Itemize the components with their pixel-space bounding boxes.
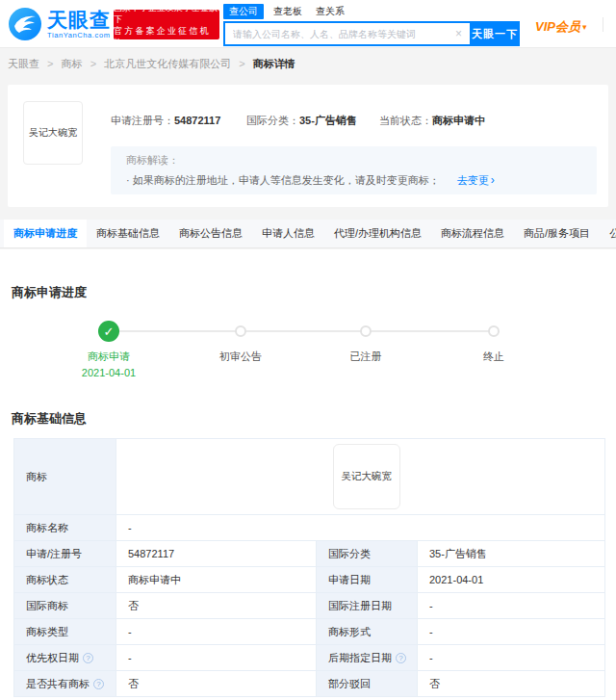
field-intl-class: 国际分类：35-广告销售	[246, 114, 357, 128]
vip-label: VIP会员	[535, 19, 580, 34]
basics-section-heading: 商标基础信息	[12, 410, 87, 428]
step-label: 初审公告	[183, 350, 298, 364]
table-row: 国际商标 否 国际注册日期 -	[14, 593, 605, 619]
field-current-status: 当前状态：商标申请中	[379, 114, 485, 128]
help-icon[interactable]: ?	[83, 653, 93, 663]
breadcrumb-separator: >	[90, 58, 96, 69]
step-date: 2021-04-01	[51, 367, 167, 378]
breadcrumb-current: 商标详情	[253, 58, 295, 69]
trademark-summary-card: 吴记大碗宽 申请注册号：54872117 国际分类：35-广告销售 当前状态：商…	[8, 85, 608, 207]
arrow-right-icon: ›	[491, 173, 495, 187]
row-value-cell: -	[116, 645, 317, 671]
main-content: 商标申请进度 ✓ 商标申请 2021-04-01 初审公告 已注册 终止 商标基…	[0, 249, 616, 700]
row-label-cell: 申请日期	[317, 567, 418, 593]
badge-line2: 官方备案企业征信机构	[114, 25, 219, 48]
row-label-cell: 商标名称	[14, 515, 116, 541]
row-value-cell: 否	[418, 671, 605, 697]
table-row: 商标类型 - 商标形式 -	[14, 619, 605, 645]
row-value-cell: -	[116, 619, 317, 645]
breadcrumb-separator: >	[47, 58, 53, 69]
row-value-cell: 吴记大碗宽	[116, 439, 605, 515]
step-terminated: 终止	[436, 321, 552, 364]
step-preliminary-gazette: 初审公告	[183, 321, 298, 364]
row-label-cell: 商标状态	[14, 567, 116, 593]
search-area: 查公司 查老板 查关系 × 天眼一下	[223, 4, 520, 46]
search-button[interactable]: 天眼一下	[470, 21, 520, 46]
tab-applicant-info[interactable]: 申请人信息	[252, 220, 324, 247]
breadcrumb-separator: >	[239, 58, 244, 69]
check-icon: ✓	[98, 321, 119, 342]
trademark-image-text: 吴记大碗宽	[29, 126, 77, 140]
step-dot	[360, 325, 372, 337]
table-row: 商标名称 -	[14, 515, 605, 541]
table-row: 优先权日期? - 后期指定日期? -	[14, 645, 605, 671]
row-label-cell: 部分驳回	[317, 671, 418, 697]
row-value-cell: 54872117	[116, 541, 317, 567]
tab-basic-info[interactable]: 商标基础信息	[87, 220, 169, 247]
step-label: 终止	[436, 350, 552, 364]
search-tab-company[interactable]: 查公司	[223, 4, 264, 19]
tab-process-info[interactable]: 商标流程信息	[431, 220, 514, 247]
vip-member-link[interactable]: VIP会员▾	[535, 18, 587, 36]
step-applied: ✓ 商标申请 2021-04-01	[51, 321, 167, 378]
header-divider	[603, 17, 603, 32]
row-label-cell: 商标形式	[317, 619, 418, 645]
row-label-cell: 国际分类	[317, 541, 418, 567]
progress-section-heading: 商标申请进度	[12, 284, 87, 301]
basics-table: 商标 吴记大碗宽 商标名称 - 申请/注册号 54872117 国际分类 35-…	[13, 438, 605, 697]
certification-badge: 国家中小企业发展子基金旗下 官方备案企业征信机构	[114, 10, 219, 39]
help-icon[interactable]: ?	[396, 653, 406, 663]
clear-icon[interactable]: ×	[455, 27, 462, 40]
help-icon[interactable]: ?	[93, 679, 104, 689]
table-row: 申请/注册号 54872117 国际分类 35-广告销售	[14, 541, 605, 567]
row-label-cell: 优先权日期?	[14, 645, 116, 671]
row-label-cell: 后期指定日期?	[317, 645, 418, 671]
step-label: 已注册	[308, 350, 424, 364]
badge-line1: 国家中小企业发展子基金旗下	[114, 2, 219, 25]
go-change-link[interactable]: 去变更›	[457, 174, 495, 186]
tab-goods-services[interactable]: 商品/服务项目	[514, 220, 600, 247]
table-row: 是否共有商标? 否 部分驳回 否	[14, 671, 605, 697]
tianyancha-logo[interactable]: 天眼查 TianYanCha.com	[8, 7, 111, 41]
tianyancha-eye-icon	[8, 7, 42, 41]
field-application-number: 申请注册号：54872117	[111, 114, 220, 128]
logo-title: 天眼查	[47, 10, 111, 31]
trademark-progress-stepper: ✓ 商标申请 2021-04-01 初审公告 已注册 终止	[0, 321, 616, 388]
logo-subtitle: TianYanCha.com	[47, 31, 111, 39]
row-label-cell: 是否共有商标?	[14, 671, 116, 697]
tab-agency-info[interactable]: 代理/办理机构信息	[324, 220, 431, 247]
row-label-cell: 国际商标	[14, 593, 116, 619]
search-tab-relation[interactable]: 查关系	[316, 5, 345, 18]
table-row: 商标状态 商标申请中 申请日期 2021-04-01	[14, 567, 605, 593]
row-label-cell: 商标类型	[14, 619, 116, 645]
chevron-down-icon: ▾	[582, 22, 587, 32]
step-dot	[488, 325, 500, 337]
row-value-cell: 商标申请中	[116, 567, 317, 593]
step-registered: 已注册	[308, 321, 424, 364]
note-bullet: · 如果商标的注册地址，申请人等信息发生变化，请及时变更商标；去变更›	[126, 173, 585, 188]
detail-tabbar: 商标申请进度 商标基础信息 商标公告信息 申请人信息 代理/办理机构信息 商标流…	[0, 220, 616, 248]
trademark-image[interactable]: 吴记大碗宽	[23, 101, 83, 165]
tab-gazette-info[interactable]: 商标公告信息	[169, 220, 252, 247]
row-value-cell: 否	[116, 593, 317, 619]
breadcrumb-company[interactable]: 北京凡世文化传媒有限公司	[104, 58, 231, 69]
breadcrumb: 天眼查 > 商标 > 北京凡世文化传媒有限公司 > 商标详情	[8, 57, 295, 71]
row-value-cell: 否	[116, 671, 317, 697]
row-label-cell: 国际注册日期	[317, 593, 418, 619]
table-row: 商标 吴记大碗宽	[14, 439, 605, 515]
row-label-cell: 商标	[14, 439, 116, 515]
row-value-cell: -	[418, 619, 605, 645]
row-value-cell: -	[418, 645, 605, 671]
trademark-image[interactable]: 吴记大碗宽	[333, 444, 400, 509]
row-value-cell: 35-广告销售	[418, 541, 605, 567]
breadcrumb-trademark[interactable]: 商标	[62, 58, 83, 69]
top-header: 天眼查 TianYanCha.com 国家中小企业发展子基金旗下 官方备案企业征…	[0, 0, 616, 48]
tab-announcement-info[interactable]: 公告信息	[600, 220, 616, 247]
breadcrumb-home[interactable]: 天眼查	[8, 58, 39, 69]
tab-application-progress[interactable]: 商标申请进度	[4, 220, 87, 247]
search-tab-boss[interactable]: 查老板	[273, 5, 302, 18]
step-label: 商标申请	[51, 350, 167, 364]
note-title: 商标解读：	[126, 153, 585, 168]
row-value-cell: -	[116, 515, 605, 541]
search-input[interactable]	[223, 21, 470, 46]
